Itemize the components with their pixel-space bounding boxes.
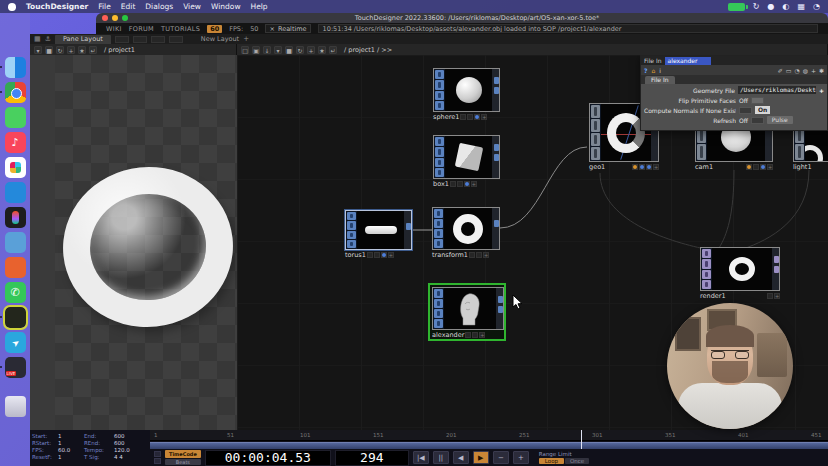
pane-stop-icon[interactable]: ■ <box>285 46 293 54</box>
do-not-disturb-icon[interactable]: ● <box>767 2 774 11</box>
rstart-value[interactable]: 1 <box>58 440 84 446</box>
file-browse-button[interactable]: + <box>819 87 824 94</box>
add-flag-badge[interactable]: + <box>471 181 477 187</box>
node-label[interactable]: torus1 <box>345 251 366 259</box>
flag-badge[interactable] <box>474 114 480 120</box>
pin-layout-icon[interactable]: ⚓ <box>45 35 51 43</box>
dock-item-slack[interactable] <box>5 157 26 178</box>
loop-button[interactable]: Loop <box>539 458 564 464</box>
battery-icon[interactable] <box>728 3 745 11</box>
node-render1[interactable]: render1+ <box>700 247 780 300</box>
window-title-bar[interactable]: TouchDesigner 2022.33600: /Users/rikloma… <box>96 13 828 23</box>
refresh-toggle[interactable] <box>751 117 764 124</box>
node-sphere1[interactable]: sphere1+ <box>433 68 500 121</box>
operator-name-field[interactable]: alexander <box>665 57 712 65</box>
add-flag-badge[interactable]: + <box>767 164 773 170</box>
step-back-button[interactable]: − <box>493 451 509 464</box>
tab-file-in[interactable]: File In <box>645 76 675 84</box>
node-label[interactable]: box1 <box>433 180 449 188</box>
beats-mode-button[interactable]: Beats <box>165 459 201 465</box>
geometry-viewport-pane[interactable] <box>30 55 237 430</box>
node-flags[interactable] <box>346 211 357 249</box>
comment-icon[interactable]: ▭ <box>786 67 792 74</box>
node-label[interactable]: geo1 <box>589 163 605 171</box>
end-value[interactable]: 600 <box>114 433 146 439</box>
new-layout-button[interactable]: New Layout <box>201 35 239 43</box>
dock-item-music[interactable] <box>5 132 26 153</box>
dock-item-touchdesigner[interactable] <box>5 307 26 328</box>
pane-window-icon[interactable]: □ <box>241 46 249 54</box>
flag-badge[interactable] <box>767 293 773 299</box>
add-flag-badge[interactable]: + <box>653 164 659 170</box>
pane-collapse-icon[interactable]: ↓ <box>263 46 271 54</box>
parameter-dialog[interactable]: File In alexander ? ⌂ i ✐ ▭ ◔ ◍ + ✱ File… <box>640 55 828 131</box>
close-window-button[interactable] <box>102 15 108 21</box>
resetf-value[interactable]: 1 <box>58 454 84 460</box>
pane-enter-icon[interactable]: ↵ <box>329 46 337 54</box>
add-flag-badge[interactable]: + <box>483 252 489 258</box>
render-flag-badge[interactable] <box>632 164 638 170</box>
once-button[interactable]: Once <box>565 458 589 464</box>
dock-item-telegram[interactable] <box>5 332 26 353</box>
menu-item-edit[interactable]: Edit <box>121 2 136 11</box>
dock-item-google-chrome[interactable] <box>5 82 26 103</box>
timeline-option-button[interactable] <box>154 451 161 457</box>
flag-badge[interactable] <box>450 181 456 187</box>
pane-bookmark-icon[interactable]: ★ <box>318 46 326 54</box>
flag-badge[interactable] <box>374 252 380 258</box>
dock-item-preview[interactable] <box>5 232 26 253</box>
menu-item-dialogs[interactable]: Dialogs <box>145 2 173 11</box>
add-flag-badge[interactable]: + <box>774 293 780 299</box>
node-flags[interactable] <box>701 248 712 290</box>
wiki-link[interactable]: WIKI <box>106 25 122 33</box>
playhead[interactable] <box>581 430 582 449</box>
render-flag-badge[interactable] <box>746 164 752 170</box>
node-label[interactable]: light1 <box>793 163 812 171</box>
flag-badge[interactable] <box>753 164 759 170</box>
node-transform1[interactable]: transform1+ <box>432 207 500 259</box>
layout-slot[interactable] <box>151 36 165 43</box>
jump-icon[interactable]: ✐ <box>778 67 783 74</box>
node-flags[interactable] <box>433 288 444 329</box>
pause-button[interactable]: || <box>433 451 449 464</box>
viewport-pane-path[interactable]: / project1 <box>104 46 135 54</box>
pane-refresh-icon[interactable]: ↻ <box>296 46 304 54</box>
menu-item-view[interactable]: View <box>183 2 201 11</box>
flag-badge[interactable] <box>469 252 475 258</box>
flag-badge[interactable] <box>646 164 652 170</box>
add-flag-badge[interactable]: + <box>481 114 487 120</box>
info-icon[interactable]: i <box>659 67 661 74</box>
flag-badge[interactable] <box>381 252 387 258</box>
range-bar[interactable] <box>150 442 828 449</box>
dock-item-trash[interactable] <box>5 396 26 417</box>
fps-value[interactable]: 60.0 <box>58 447 84 453</box>
play-button[interactable]: ▶ <box>473 451 489 464</box>
timecode-mode-button[interactable]: TimeCode <box>165 450 201 458</box>
help-icon[interactable]: ? <box>644 67 647 74</box>
pane-stop-icon[interactable]: ■ <box>45 46 53 54</box>
menu-item-help[interactable]: Help <box>251 2 268 11</box>
pane-type-dropdown-icon[interactable]: ▾ <box>34 46 42 54</box>
target-fps-badge[interactable]: 60 <box>207 25 222 33</box>
node-flags[interactable] <box>434 136 445 178</box>
keyboard-icon[interactable]: ▦ <box>797 2 805 11</box>
rend-value[interactable]: 600 <box>114 440 146 446</box>
node-flags[interactable] <box>433 208 444 249</box>
apple-logo-icon[interactable] <box>8 3 16 11</box>
home-icon[interactable]: ⌂ <box>651 67 655 74</box>
add-icon[interactable]: + <box>811 67 816 74</box>
node-box1[interactable]: box1+ <box>433 135 500 188</box>
dock-item-messages[interactable] <box>5 107 26 128</box>
compute-normals-toggle[interactable] <box>739 107 752 114</box>
menu-item-touchdesigner[interactable]: TouchDesigner <box>26 2 88 11</box>
dock-item-streaming-live[interactable] <box>5 357 26 378</box>
parameter-dialog-titlebar[interactable]: File In alexander <box>641 56 827 65</box>
display-flag-badge[interactable] <box>639 164 645 170</box>
flag-badge[interactable] <box>476 252 482 258</box>
geometry-file-input[interactable]: /Users/riklomas/Desktop/a <box>738 86 816 94</box>
layout-slot[interactable] <box>115 36 129 43</box>
tempo-value[interactable]: 120.0 <box>114 447 146 453</box>
flag-badge[interactable] <box>367 252 373 258</box>
pane-bookmark-icon[interactable]: ★ <box>78 46 86 54</box>
node-label[interactable]: sphere1 <box>433 113 459 121</box>
